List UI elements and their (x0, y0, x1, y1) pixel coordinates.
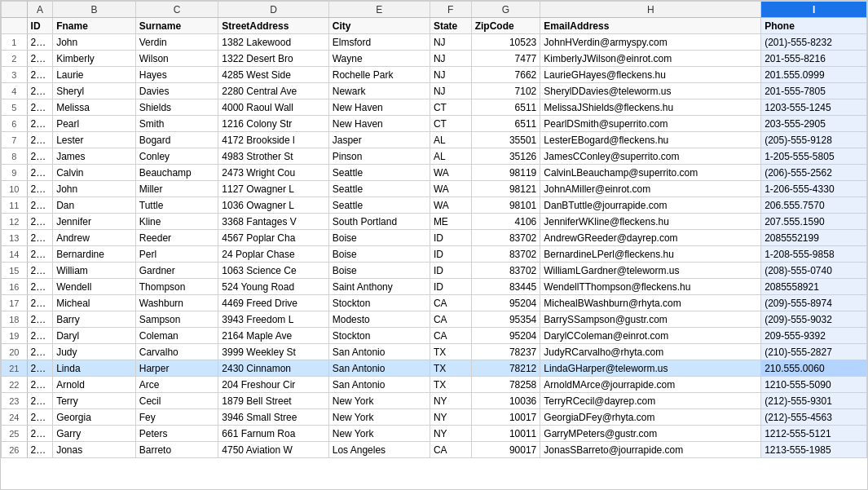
row-number: 15 (2, 263, 28, 279)
cell-phone: 1-205-555-5805 (761, 148, 867, 165)
cell-street: 24 Poplar Chase (218, 246, 328, 263)
table-row[interactable]: 132031AndrewReeder4567 Poplar ChaBoiseID… (2, 230, 867, 246)
cell-email: LindaGHarper@teleworm.us (540, 360, 761, 377)
cell-zip: 95204 (471, 295, 540, 311)
row-number: 1 (2, 34, 28, 51)
cell-zip: 4106 (471, 214, 540, 230)
cell-surname: Barreto (135, 442, 218, 458)
table-row[interactable]: 262044JonasBarreto4750 Aviation WLos Ang… (2, 442, 867, 458)
table-row[interactable]: 72025LesterBogard4172 Brookside lJasperA… (2, 132, 867, 148)
cell-city: Newark (328, 83, 430, 99)
cell-phone: 210.555.0060 (761, 360, 867, 377)
cell-id: 2044 (27, 442, 53, 458)
cell-city: Boise (328, 230, 430, 246)
header-city: City (328, 18, 430, 34)
cell-email: BernardineLPerl@fleckens.hu (540, 246, 761, 263)
col-header-F[interactable]: F (430, 2, 471, 18)
table-row[interactable]: 232041TerryCecil1879 Bell StreetNew York… (2, 393, 867, 409)
cell-surname: Miller (135, 181, 218, 197)
table-row[interactable]: 12019JohnVerdin1382 LakewoodElmsfordNJ10… (2, 34, 867, 51)
table-row[interactable]: 242042GeorgiaFey3946 Small StreeNew York… (2, 409, 867, 426)
cell-fname: Judy (53, 344, 136, 360)
table-row[interactable]: 152033WilliamGardner1063 Science CeBoise… (2, 263, 867, 279)
col-header-G[interactable]: G (471, 2, 540, 18)
table-row[interactable]: 52023MelissaShields4000 Raoul WallNew Ha… (2, 99, 867, 116)
row-number: 12 (2, 214, 28, 230)
table-row[interactable]: 162034WendellThompson524 Young RoadSaint… (2, 279, 867, 295)
row-number: 18 (2, 311, 28, 328)
row-num-header (2, 18, 28, 34)
row-number: 24 (2, 409, 28, 426)
table-row[interactable]: 62024PearlSmith1216 Colony StrNew HavenC… (2, 116, 867, 132)
table-row[interactable]: 92027CalvinBeauchamp2473 Wright CouSeatt… (2, 165, 867, 181)
table-row[interactable]: 22020KimberlyWilson1322 Desert BroWayneN… (2, 51, 867, 67)
cell-city: Seattle (328, 197, 430, 214)
cell-phone: 2085552199 (761, 230, 867, 246)
cell-id: 2019 (27, 34, 53, 51)
cell-zip: 98119 (471, 165, 540, 181)
cell-fname: Laurie (53, 67, 136, 83)
table-row[interactable]: 142032BernardinePerl24 Poplar ChaseBoise… (2, 246, 867, 263)
cell-state: ME (430, 214, 471, 230)
cell-street: 1216 Colony Str (218, 116, 328, 132)
table-row[interactable]: 182036BarrySampson3943 Freedom LModestoC… (2, 311, 867, 328)
col-header-H[interactable]: H (540, 2, 761, 18)
cell-zip: 98121 (471, 181, 540, 197)
col-header-D[interactable]: D (218, 2, 328, 18)
cell-state: WA (430, 165, 471, 181)
cell-city: Boise (328, 246, 430, 263)
cell-state: CA (430, 442, 471, 458)
col-header-I[interactable]: I (761, 2, 867, 18)
header-state: State (430, 18, 471, 34)
table-row[interactable]: 192037DarylColeman2164 Maple AveStockton… (2, 328, 867, 344)
header-email: EmailAddress (540, 18, 761, 34)
table-row[interactable]: 202038JudyCarvalho3999 Weekley StSan Ant… (2, 344, 867, 360)
cell-email: GarryMPeters@gustr.com (540, 426, 761, 442)
cell-zip: 83445 (471, 279, 540, 295)
cell-id: 2031 (27, 230, 53, 246)
table-row[interactable]: 172035MichealWashburn4469 Freed DriveSto… (2, 295, 867, 311)
cell-city: Jasper (328, 132, 430, 148)
cell-id: 2041 (27, 393, 53, 409)
cell-state: TX (430, 344, 471, 360)
cell-state: NJ (430, 51, 471, 67)
col-header-B[interactable]: B (53, 2, 136, 18)
table-row[interactable]: 252043GarryPeters661 Farnum RoaNew YorkN… (2, 426, 867, 442)
cell-surname: Davies (135, 83, 218, 99)
cell-fname: Andrew (53, 230, 136, 246)
cell-state: NY (430, 426, 471, 442)
cell-fname: Pearl (53, 116, 136, 132)
header-zip: ZipCode (471, 18, 540, 34)
cell-fname: Arnold (53, 377, 136, 393)
table-row[interactable]: 112029DanTuttle1036 Owagner LSeattleWA98… (2, 197, 867, 214)
cell-phone: 1-206-555-4330 (761, 181, 867, 197)
cell-phone: 1210-555-5090 (761, 377, 867, 393)
cell-fname: Jennifer (53, 214, 136, 230)
cell-state: CT (430, 116, 471, 132)
table-row[interactable]: 222040ArnoldArce204 Freshour CirSan Anto… (2, 377, 867, 393)
col-header-C[interactable]: C (135, 2, 218, 18)
cell-email: CalvinLBeauchamp@superrito.com (540, 165, 761, 181)
table-row[interactable]: 42022SherylDavies2280 Central AveNewarkN… (2, 83, 867, 99)
cell-id: 2035 (27, 295, 53, 311)
row-number: 2 (2, 51, 28, 67)
cell-city: Elmsford (328, 34, 430, 51)
table-row[interactable]: 212039LindaHarper2430 CinnamonSan Antoni… (2, 360, 867, 377)
table-row[interactable]: 122030JenniferKline3368 Fantages VSouth … (2, 214, 867, 230)
cell-state: NJ (430, 67, 471, 83)
col-header-A[interactable]: A (27, 2, 53, 18)
cell-street: 1127 Owagner L (218, 181, 328, 197)
row-number: 20 (2, 344, 28, 360)
cell-email: WilliamLGardner@teleworm.us (540, 263, 761, 279)
cell-phone: (209)-555-8974 (761, 295, 867, 311)
cell-street: 2280 Central Ave (218, 83, 328, 99)
table-row[interactable]: 102028JohnMiller1127 Owagner LSeattleWA9… (2, 181, 867, 197)
cell-city: Seattle (328, 181, 430, 197)
cell-id: 2026 (27, 148, 53, 165)
cell-state: NY (430, 409, 471, 426)
cell-city: San Antonio (328, 344, 430, 360)
cell-city: Saint Anthony (328, 279, 430, 295)
table-row[interactable]: 32021LaurieHayes4285 West SideRochelle P… (2, 67, 867, 83)
col-header-E[interactable]: E (328, 2, 430, 18)
table-row[interactable]: 82026JamesConley4983 Strother StPinsonAL… (2, 148, 867, 165)
